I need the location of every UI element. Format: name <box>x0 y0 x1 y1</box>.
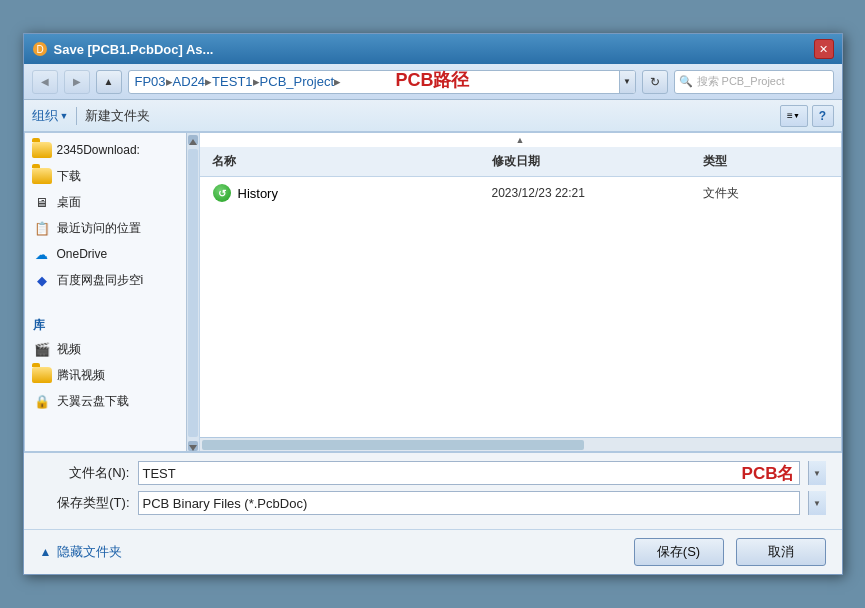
filetype-value: PCB Binary Files (*.PcbDoc) <box>143 496 795 511</box>
sidebar-wrapper: 2345Download: 下载 🖥 桌面 📋 最近访问的位置 <box>25 133 200 451</box>
folder-icon <box>33 167 51 185</box>
library-section: 库 <box>25 309 186 336</box>
breadcrumb-item-fp03[interactable]: FP03 <box>135 74 166 89</box>
filetype-select-wrapper[interactable]: PCB Binary Files (*.PcbDoc) <box>138 491 800 515</box>
sidebar-item-tianyi[interactable]: 🔒 天翼云盘下载 <box>25 388 186 414</box>
form-area: 文件名(N): TEST PCB名 ▼ 保存类型(T): PCB Binary … <box>24 452 842 529</box>
hide-files-arrow: ▲ <box>40 545 52 559</box>
file-name-cell: ↺ History <box>200 181 484 205</box>
back-button[interactable]: ◀ <box>32 70 58 94</box>
sidebar-item-label: 最近访问的位置 <box>57 220 141 237</box>
breadcrumb-dropdown[interactable]: ▼ <box>619 70 635 94</box>
svg-marker-3 <box>189 445 197 451</box>
filename-dropdown[interactable]: ▼ <box>808 461 826 485</box>
filename-value: TEST <box>143 466 736 481</box>
breadcrumb-sep-1: ▸ <box>166 74 173 89</box>
sidebar-item-baidu[interactable]: ◆ 百度网盘同步空i <box>25 267 186 293</box>
sidebar-item-label: 百度网盘同步空i <box>57 272 144 289</box>
pcb-name-label: PCB名 <box>736 462 795 485</box>
cancel-button[interactable]: 取消 <box>736 538 826 566</box>
new-folder-button[interactable]: 新建文件夹 <box>85 107 150 125</box>
search-box[interactable]: 🔍 搜索 PCB_Project <box>674 70 834 94</box>
view-dropdown-arrow: ▼ <box>793 112 800 119</box>
recent-icon: 📋 <box>33 219 51 237</box>
sidebar-item-label: 天翼云盘下载 <box>57 393 129 410</box>
button-group: 保存(S) 取消 <box>634 538 826 566</box>
action-right: ≡ ▼ ? <box>780 105 834 127</box>
sidebar-item-label: 2345Download: <box>57 143 140 157</box>
toolbar-separator <box>76 107 77 125</box>
sidebar-item-onedrive[interactable]: ☁ OneDrive <box>25 241 186 267</box>
scroll-thumb <box>188 149 198 437</box>
action-left: 组织 ▼ 新建文件夹 <box>32 107 151 125</box>
sidebar-item-label: 桌面 <box>57 194 81 211</box>
scroll-down-arrow[interactable] <box>188 441 198 451</box>
sidebar-scrollbar[interactable] <box>186 133 199 451</box>
sidebar-item-label: 腾讯视频 <box>57 367 105 384</box>
bottom-bar: ▲ 隐藏文件夹 保存(S) 取消 <box>24 529 842 574</box>
breadcrumb-item-pcb-project[interactable]: PCB_Project <box>260 74 334 89</box>
table-row[interactable]: ↺ History 2023/12/23 22:21 文件夹 <box>200 177 841 209</box>
sidebar-item-label: 下载 <box>57 168 81 185</box>
hide-files-label[interactable]: 隐藏文件夹 <box>57 543 122 561</box>
svg-marker-2 <box>189 139 197 145</box>
save-button[interactable]: 保存(S) <box>634 538 724 566</box>
refresh-button[interactable]: ↻ <box>642 70 668 94</box>
search-placeholder: 搜索 PCB_Project <box>697 74 785 89</box>
sidebar: 2345Download: 下载 🖥 桌面 📋 最近访问的位置 <box>25 133 186 451</box>
lock-icon: 🔒 <box>33 392 51 410</box>
organize-button[interactable]: 组织 ▼ <box>32 107 69 125</box>
desktop-icon: 🖥 <box>33 193 51 211</box>
forward-button[interactable]: ▶ <box>64 70 90 94</box>
scroll-up-arrow[interactable] <box>188 135 198 145</box>
breadcrumb-sep-2: ▸ <box>205 74 212 89</box>
filename-label: 文件名(N): <box>40 464 130 482</box>
sidebar-item-tencent-video[interactable]: 腾讯视频 <box>25 362 186 388</box>
baidu-icon: ◆ <box>33 271 51 289</box>
nav-toolbar: ◀ ▶ ▲ FP03 ▸ AD24 ▸ TEST1 ▸ PCB_Project … <box>24 64 842 100</box>
title-bar: D Save [PCB1.PcbDoc] As... ✕ <box>24 34 842 64</box>
breadcrumb-sep-3: ▸ <box>253 74 260 89</box>
sidebar-item-2345downloads[interactable]: 2345Download: <box>25 137 186 163</box>
file-list-area: ▲ 名称 修改日期 类型 ↺ History 2023/12/23 22:21 <box>200 133 841 451</box>
h-scroll-thumb <box>202 440 584 450</box>
folder-icon <box>33 141 51 159</box>
content-area: 2345Download: 下载 🖥 桌面 📋 最近访问的位置 <box>24 132 842 452</box>
sidebar-item-label: OneDrive <box>57 247 108 261</box>
sidebar-item-recent[interactable]: 📋 最近访问的位置 <box>25 215 186 241</box>
title-bar-left: D Save [PCB1.PcbDoc] As... <box>32 41 214 57</box>
breadcrumb-item-ad24[interactable]: AD24 <box>173 74 206 89</box>
col-type[interactable]: 类型 <box>695 151 841 172</box>
breadcrumb-sep-4: ▸ <box>334 74 341 89</box>
sidebar-item-desktop[interactable]: 🖥 桌面 <box>25 189 186 215</box>
help-button[interactable]: ? <box>812 105 834 127</box>
video-icon: 🎬 <box>33 340 51 358</box>
file-name: History <box>238 186 278 201</box>
sidebar-item-video[interactable]: 🎬 视频 <box>25 336 186 362</box>
horizontal-scrollbar[interactable] <box>200 437 841 451</box>
view-button[interactable]: ≡ ▼ <box>780 105 808 127</box>
filetype-row: 保存类型(T): PCB Binary Files (*.PcbDoc) ▼ <box>40 491 826 515</box>
tencent-folder-icon <box>33 366 51 384</box>
action-toolbar: 组织 ▼ 新建文件夹 ≡ ▼ ? <box>24 100 842 132</box>
filetype-dropdown[interactable]: ▼ <box>808 491 826 515</box>
up-button[interactable]: ▲ <box>96 70 122 94</box>
breadcrumb-item-test1[interactable]: TEST1 <box>212 74 252 89</box>
sidebar-item-downloads[interactable]: 下载 <box>25 163 186 189</box>
save-dialog: D Save [PCB1.PcbDoc] As... ✕ ◀ ▶ ▲ FP03 … <box>23 33 843 575</box>
col-name[interactable]: 名称 <box>200 151 484 172</box>
sort-indicator: ▲ <box>200 133 841 147</box>
col-date[interactable]: 修改日期 <box>484 151 695 172</box>
filename-input-wrapper[interactable]: TEST PCB名 <box>138 461 800 485</box>
search-icon: 🔍 <box>679 75 693 88</box>
onedrive-icon: ☁ <box>33 245 51 263</box>
file-date-cell: 2023/12/23 22:21 <box>484 184 695 202</box>
sidebar-item-label: 视频 <box>57 341 81 358</box>
dialog-title: Save [PCB1.PcbDoc] As... <box>54 42 214 57</box>
breadcrumb-bar[interactable]: FP03 ▸ AD24 ▸ TEST1 ▸ PCB_Project ▸ ▼ <box>128 70 636 94</box>
hide-files-section: ▲ 隐藏文件夹 <box>40 543 123 561</box>
file-type-cell: 文件夹 <box>695 183 841 204</box>
svg-text:D: D <box>36 44 43 55</box>
close-button[interactable]: ✕ <box>814 39 834 59</box>
app-icon: D <box>32 41 48 57</box>
